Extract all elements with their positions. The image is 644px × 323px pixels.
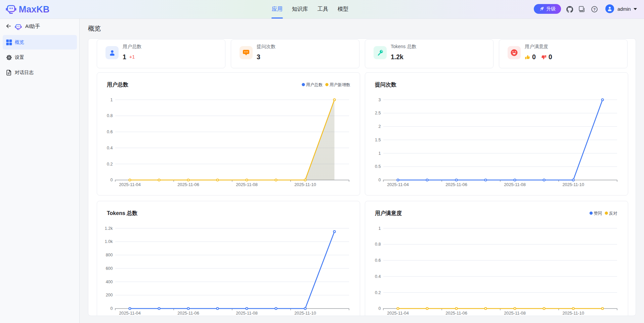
svg-text:0.4: 0.4 (375, 274, 381, 279)
svg-text:1: 1 (379, 151, 381, 156)
svg-text:0.6: 0.6 (375, 258, 381, 263)
svg-text:2025-11-06: 2025-11-06 (177, 182, 199, 187)
svg-text:?: ? (593, 7, 596, 11)
svg-text:0.2: 0.2 (107, 162, 113, 167)
svg-text:1: 1 (111, 98, 113, 102)
svg-text:2025-11-04: 2025-11-04 (387, 311, 409, 316)
svg-text:2025-11-10: 2025-11-10 (294, 311, 316, 316)
svg-text:600: 600 (106, 266, 113, 271)
svg-text:Tokens 总数: Tokens 总数 (107, 210, 138, 216)
svg-text:2025-11-10: 2025-11-10 (562, 311, 584, 316)
svg-text:2025-11-08: 2025-11-08 (504, 311, 526, 316)
svg-text:1.0k: 1.0k (105, 239, 113, 244)
svg-text:2025-11-06: 2025-11-06 (445, 311, 467, 316)
svg-text:800: 800 (106, 253, 113, 257)
svg-text:0: 0 (379, 178, 381, 182)
svg-text:1.5: 1.5 (375, 138, 381, 142)
svg-text:200: 200 (106, 293, 113, 297)
svg-text:0: 0 (111, 178, 113, 182)
svg-text:2025-11-08: 2025-11-08 (504, 182, 526, 187)
svg-text:1: 1 (379, 226, 381, 231)
svg-text:0: 0 (111, 306, 113, 311)
svg-text:2025-11-06: 2025-11-06 (445, 182, 467, 187)
svg-text:2025-11-04: 2025-11-04 (119, 311, 141, 316)
svg-text:用户满意度: 用户满意度 (375, 210, 402, 216)
svg-text:2: 2 (379, 124, 381, 129)
svg-text:0.5: 0.5 (375, 164, 381, 169)
svg-text:2025-11-10: 2025-11-10 (562, 182, 584, 187)
svg-text:0.8: 0.8 (375, 242, 381, 247)
svg-text:2025-11-04: 2025-11-04 (387, 182, 409, 187)
svg-text:2.5: 2.5 (375, 111, 381, 115)
svg-text:0.4: 0.4 (107, 146, 113, 150)
svg-text:0.2: 0.2 (375, 290, 381, 295)
svg-text:2025-11-10: 2025-11-10 (294, 182, 316, 187)
svg-text:3: 3 (379, 98, 381, 102)
svg-text:0.6: 0.6 (107, 130, 113, 134)
svg-text:反对: 反对 (609, 211, 617, 216)
svg-text:用户总数: 用户总数 (106, 82, 129, 87)
svg-text:用户总数: 用户总数 (306, 82, 323, 87)
svg-text:1.2k: 1.2k (105, 226, 113, 231)
svg-text:0.8: 0.8 (107, 113, 113, 118)
svg-text:0: 0 (379, 306, 381, 311)
svg-text:提问次数: 提问次数 (375, 82, 397, 88)
svg-text:2025-11-08: 2025-11-08 (236, 311, 258, 316)
svg-text:400: 400 (106, 280, 113, 284)
svg-text:2025-11-06: 2025-11-06 (177, 311, 199, 316)
svg-text:2025-11-08: 2025-11-08 (236, 182, 258, 187)
svg-text:用户新增数: 用户新增数 (330, 82, 350, 87)
svg-text:赞同: 赞同 (594, 211, 602, 216)
svg-text:2025-11-04: 2025-11-04 (119, 182, 141, 187)
